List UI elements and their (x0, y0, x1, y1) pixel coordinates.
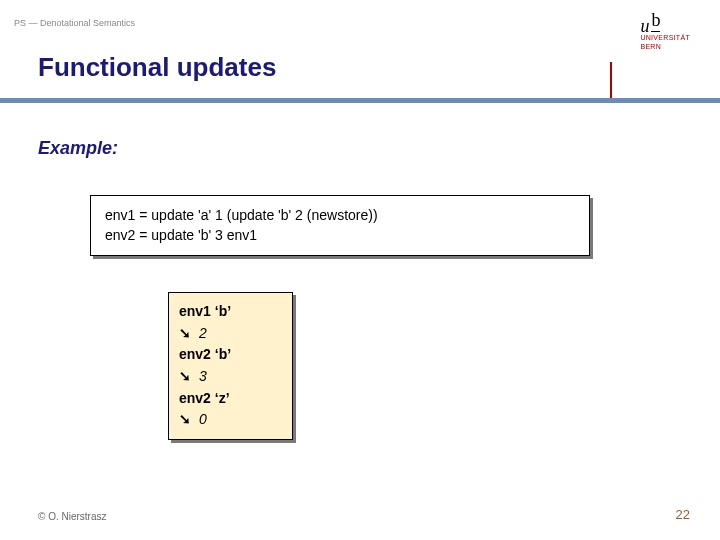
logo-vertical-bar (610, 62, 612, 102)
logo-bern: BERN (640, 43, 690, 50)
result-val-1: ➘ 2 (179, 323, 282, 345)
code-line-1: env1 = update 'a' 1 (update 'b' 2 (newst… (105, 206, 575, 226)
arrow-icon: ➘ (179, 409, 195, 431)
page-title: Functional updates (38, 52, 276, 83)
page-number: 22 (676, 507, 690, 522)
logo-u: u (640, 16, 649, 36)
arrow-icon: ➘ (179, 323, 195, 345)
result-expr-3: env2 ‘z’ (179, 388, 282, 410)
result-expr-2: env2 ‘b’ (179, 344, 282, 366)
divider-bar (0, 98, 720, 103)
breadcrumb: PS — Denotational Semantics (14, 18, 135, 28)
result-val-2: ➘ 3 (179, 366, 282, 388)
logo-b: b (651, 10, 660, 32)
example-label: Example: (38, 138, 118, 159)
copyright: © O. Nierstrasz (38, 511, 107, 522)
code-results-box: env1 ‘b’ ➘ 2 env2 ‘b’ ➘ 3 env2 ‘z’ ➘ 0 (168, 292, 293, 440)
code-line-2: env2 = update 'b' 3 env1 (105, 226, 575, 246)
arrow-icon: ➘ (179, 366, 195, 388)
result-expr-1: env1 ‘b’ (179, 301, 282, 323)
university-logo: ub UNIVERSITÄT BERN (640, 10, 690, 50)
result-val-3: ➘ 0 (179, 409, 282, 431)
code-definitions-box: env1 = update 'a' 1 (update 'b' 2 (newst… (90, 195, 590, 256)
